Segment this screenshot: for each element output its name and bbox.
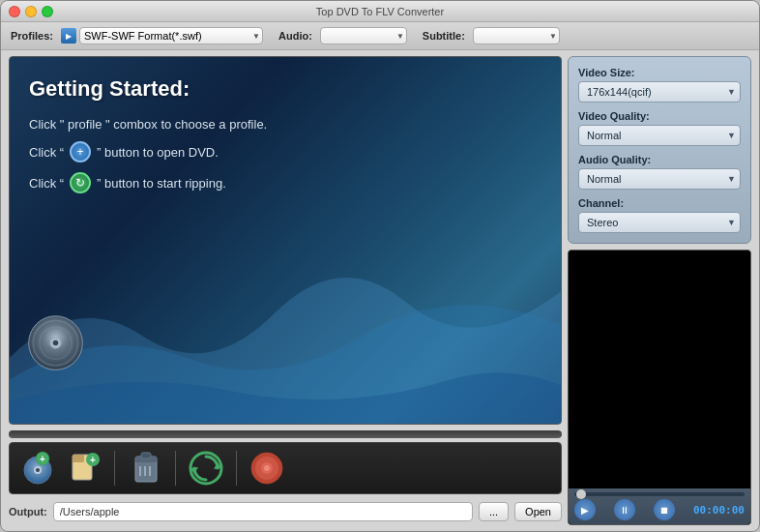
audio-quality-label: Audio Quality: xyxy=(578,154,741,165)
subtitle-select-wrapper: NoneTrack 1 ▼ xyxy=(473,27,560,44)
video-size-select-wrapper: 176x144(qcif) 320x240 640x480 1280x720 ▼ xyxy=(578,81,741,103)
instruction-1: Click " profile " combox to choose a pro… xyxy=(29,117,541,132)
output-bar: Output: ... Open xyxy=(9,498,562,525)
instruction-3: Click “ ↻ ” button to start ripping. xyxy=(29,172,541,193)
channel-label: Channel: xyxy=(578,197,741,209)
video-quality-select-wrapper: Normal High Low Best ▼ xyxy=(578,125,741,146)
preview-video-area xyxy=(569,251,750,488)
window-buttons xyxy=(9,6,53,17)
profiles-label: Profiles: xyxy=(11,30,53,42)
audio-select[interactable]: StereoMono xyxy=(320,27,407,44)
preview-stop-button[interactable]: ⏹ xyxy=(654,499,675,520)
preview-controls: ▶ ⏸ ⏹ 00:00:00 xyxy=(569,488,750,524)
profile-select-wrapper: SWF-SWF Format(*.swf) FLV Format MP4 For… xyxy=(79,27,263,44)
delete-icon xyxy=(126,449,164,488)
add-dvd-inline-icon: + xyxy=(70,141,91,163)
start-ripping-button[interactable] xyxy=(186,448,226,488)
video-size-row: Video Size: 176x144(qcif) 320x240 640x48… xyxy=(578,67,741,103)
delete-button[interactable] xyxy=(125,448,165,488)
video-size-label: Video Size: xyxy=(578,67,741,78)
refresh-inline-icon: ↻ xyxy=(70,172,91,193)
window-title: Top DVD To FLV Converter xyxy=(316,6,444,17)
instruction-3-text: ” button to start ripping. xyxy=(97,176,226,191)
pause-button[interactable]: ⏸ xyxy=(614,499,635,520)
main-content: Getting Started: Click " profile " combo… xyxy=(1,50,759,531)
preview-seekbar[interactable] xyxy=(574,492,745,496)
audio-select-wrapper: StereoMono ▼ xyxy=(320,27,407,44)
channel-row: Channel: Stereo Mono 5.1 Surround ▼ xyxy=(578,197,741,233)
right-panel: Video Size: 176x144(qcif) 320x240 640x48… xyxy=(568,56,751,525)
output-label: Output: xyxy=(9,506,47,517)
time-display: 00:00:00 xyxy=(693,504,745,517)
instruction-2-text: ” button to open DVD. xyxy=(97,145,219,160)
svg-point-8 xyxy=(36,468,40,472)
preview-slider-row xyxy=(574,492,745,496)
separator-2 xyxy=(175,451,176,486)
separator-1 xyxy=(114,451,115,486)
toolbar-bottom: + + xyxy=(9,442,562,494)
subtitle-label: Subtitle: xyxy=(423,30,465,42)
cd-disc-icon xyxy=(24,312,87,375)
svg-text:+: + xyxy=(40,454,45,464)
stop-button[interactable] xyxy=(247,448,287,488)
output-path-input[interactable] xyxy=(53,502,473,521)
main-window: Top DVD To FLV Converter Profiles: ▶ SWF… xyxy=(0,0,760,532)
audio-quality-select-wrapper: Normal High Low Best ▼ xyxy=(578,168,741,190)
profile-select[interactable]: SWF-SWF Format(*.swf) FLV Format MP4 For… xyxy=(79,27,263,44)
channel-select[interactable]: Stereo Mono 5.1 Surround xyxy=(578,212,741,233)
preview-button-row: ▶ ⏸ ⏹ 00:00:00 xyxy=(574,499,745,520)
subtitle-select[interactable]: NoneTrack 1 xyxy=(473,27,560,44)
svg-rect-12 xyxy=(73,455,84,462)
audio-quality-select[interactable]: Normal High Low Best xyxy=(578,168,741,190)
svg-rect-17 xyxy=(141,453,151,458)
video-area: Getting Started: Click " profile " combo… xyxy=(9,56,562,425)
separator-3 xyxy=(236,451,237,486)
add-dvd-button[interactable]: + xyxy=(17,448,58,488)
instruction-2: Click “ + ” button to open DVD. xyxy=(29,141,541,163)
toolbar: Profiles: ▶ SWF-SWF Format(*.swf) FLV Fo… xyxy=(1,22,759,50)
instruction-2-prefix: Click “ xyxy=(29,145,64,160)
maximize-button[interactable] xyxy=(42,6,53,17)
title-bar: Top DVD To FLV Converter xyxy=(1,1,759,22)
profile-icon: ▶ xyxy=(61,28,76,44)
stop-icon xyxy=(248,449,286,488)
add-file-icon: + xyxy=(65,449,103,488)
open-button[interactable]: Open xyxy=(514,502,562,521)
preview-panel: ▶ ⏸ ⏹ 00:00:00 xyxy=(568,250,751,525)
seekbar-thumb xyxy=(576,489,586,499)
close-button[interactable] xyxy=(9,6,20,17)
channel-select-wrapper: Stereo Mono 5.1 Surround ▼ xyxy=(578,212,741,233)
browse-button[interactable]: ... xyxy=(479,502,509,521)
progress-bar xyxy=(9,430,562,438)
svg-point-28 xyxy=(264,465,270,471)
wave-decoration xyxy=(10,225,561,424)
video-size-select[interactable]: 176x144(qcif) 320x240 640x480 1280x720 xyxy=(578,81,741,103)
audio-quality-row: Audio Quality: Normal High Low Best ▼ xyxy=(578,154,741,190)
play-button[interactable]: ▶ xyxy=(574,499,596,520)
start-ripping-icon xyxy=(187,449,225,488)
getting-started-title: Getting Started: xyxy=(29,76,541,102)
svg-point-3 xyxy=(53,340,59,346)
audio-label: Audio: xyxy=(278,30,312,42)
instruction-3-prefix: Click “ xyxy=(29,176,64,191)
instruction-1-text: Click " profile " combox to choose a pro… xyxy=(29,117,267,132)
video-quality-select[interactable]: Normal High Low Best xyxy=(578,125,741,146)
add-dvd-icon: + xyxy=(17,448,58,488)
svg-text:+: + xyxy=(90,455,96,465)
add-file-button[interactable]: + xyxy=(64,448,104,488)
minimize-button[interactable] xyxy=(25,6,37,17)
settings-panel: Video Size: 176x144(qcif) 320x240 640x48… xyxy=(568,56,751,244)
left-panel: Getting Started: Click " profile " combo… xyxy=(9,56,562,525)
video-quality-row: Video Quality: Normal High Low Best ▼ xyxy=(578,110,741,146)
video-quality-label: Video Quality: xyxy=(578,110,741,122)
